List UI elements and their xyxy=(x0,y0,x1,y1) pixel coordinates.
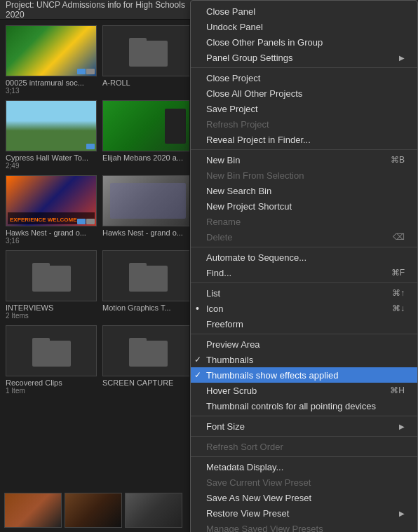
list-item[interactable]: Elijah Mebans 2020 a... xyxy=(100,97,189,172)
menu-item-close-other-panels[interactable]: Close Other Panels in Group xyxy=(191,34,417,50)
badge-icon xyxy=(77,69,86,74)
menu-item-preview-area[interactable]: Preview Area xyxy=(191,336,417,352)
menu-item-save-as-new-preset[interactable]: Save As New View Preset xyxy=(191,490,417,505)
media-sublabel: 2 Items xyxy=(6,312,97,320)
menu-separator xyxy=(191,334,417,334)
shortcut-label: ⌘↓ xyxy=(392,303,405,313)
menu-item-panel-group-settings[interactable]: Panel Group Settings ▶ xyxy=(191,50,417,65)
media-thumbnail: EXPERIENCE WELCOME xyxy=(6,175,97,226)
media-thumbnail xyxy=(102,325,189,376)
media-thumbnail xyxy=(6,25,97,76)
list-item[interactable]: Recovered Clips 1 Item xyxy=(3,322,100,397)
media-thumbnail xyxy=(6,250,97,301)
list-item[interactable] xyxy=(63,491,123,529)
menu-item-thumbnail-controls[interactable]: Thumbnail controls for all pointing devi… xyxy=(191,398,417,414)
folder-icon xyxy=(32,260,71,292)
bullet-icon: • xyxy=(196,303,199,314)
menu-item-new-project-shortcut[interactable]: New Project Shortcut xyxy=(191,198,417,214)
menu-item-new-bin[interactable]: New Bin ⌘B xyxy=(191,152,417,168)
menu-item-metadata-display[interactable]: Metadata Display... xyxy=(191,459,417,475)
menu-item-new-bin-selection: New Bin From Selection xyxy=(191,168,417,183)
media-sublabel: 3;13 xyxy=(6,87,97,95)
folder-icon xyxy=(129,335,168,367)
menu-item-hover-scrub[interactable]: Hover Scrub ⌘H xyxy=(191,383,417,398)
media-sublabel: 2;49 xyxy=(6,162,97,170)
list-item[interactable]: 00025 intramural soc... 3;13 xyxy=(3,22,100,97)
media-sublabel: 1 Item xyxy=(6,387,97,395)
checkmark-icon: ✓ xyxy=(194,355,201,364)
project-panel: 00025 intramural soc... 3;13 A-ROLL Cypr… xyxy=(0,20,189,532)
media-label: INTERVIEWS xyxy=(6,303,97,312)
list-item[interactable]: Motion Graphics T... xyxy=(100,247,189,322)
menu-item-new-search-bin[interactable]: New Search Bin xyxy=(191,183,417,198)
list-item[interactable] xyxy=(3,491,63,529)
menu-item-thumbnails-effects[interactable]: ✓ Thumbnails show effects applied xyxy=(191,367,417,383)
menu-separator xyxy=(191,247,417,247)
shortcut-label: ⌘H xyxy=(390,386,405,395)
menu-item-rename: Rename xyxy=(191,214,417,229)
media-label: 00025 intramural soc... xyxy=(6,79,97,87)
media-label: Motion Graphics T... xyxy=(102,303,189,312)
menu-item-undock-panel[interactable]: Undock Panel xyxy=(191,19,417,34)
list-item[interactable] xyxy=(123,491,184,529)
media-label: Recovered Clips xyxy=(6,378,97,387)
bottom-strip xyxy=(0,489,189,532)
list-item[interactable]: SCREEN CAPTURE xyxy=(100,322,189,397)
menu-separator xyxy=(191,67,417,68)
list-item[interactable]: Cypress Hall Water To... 2;49 xyxy=(3,97,100,172)
folder-icon xyxy=(129,260,168,292)
menu-separator xyxy=(191,456,417,457)
media-thumbnail xyxy=(102,25,189,76)
media-thumbnail xyxy=(6,325,97,376)
menu-item-list[interactable]: List ⌘↑ xyxy=(191,285,417,301)
media-thumbnail xyxy=(65,493,122,528)
project-title: Project: UNCP Admissions info for High S… xyxy=(6,0,189,20)
menu-item-automate-sequence[interactable]: Automate to Sequence... xyxy=(191,250,417,265)
list-item[interactable]: A-ROLL xyxy=(100,22,189,97)
menu-item-manage-saved-presets: Manage Saved View Presets xyxy=(191,521,417,532)
list-item[interactable]: Hawks Nest - grand o... xyxy=(100,172,189,247)
shortcut-label: ⌘B xyxy=(391,155,405,165)
menu-separator xyxy=(191,149,417,150)
menu-item-find[interactable]: Find... ⌘F xyxy=(191,265,417,280)
media-thumbnail xyxy=(6,100,97,151)
menu-item-delete: Delete ⌫ xyxy=(191,229,417,245)
menu-item-font-size[interactable]: Font Size ▶ xyxy=(191,418,417,434)
delete-backspace-icon: ⌫ xyxy=(393,232,405,242)
media-thumbnail xyxy=(4,493,62,528)
menu-item-close-all-other[interactable]: Close All Other Projects xyxy=(191,86,417,101)
media-label: Cypress Hall Water To... xyxy=(6,154,97,162)
media-thumbnail xyxy=(102,175,189,226)
menu-item-reveal-in-finder[interactable]: Reveal Project in Finder... xyxy=(191,132,417,147)
menu-item-save-current-preset: Save Current View Preset xyxy=(191,475,417,490)
menu-item-close-panel[interactable]: Close Panel xyxy=(191,4,417,19)
menu-item-thumbnails[interactable]: ✓ Thumbnails xyxy=(191,352,417,367)
media-label: Hawks Nest - grand o... xyxy=(6,229,97,237)
checkmark-icon: ✓ xyxy=(194,370,201,380)
menu-separator xyxy=(191,436,417,437)
submenu-arrow-icon: ▶ xyxy=(399,423,405,430)
badge-icon2 xyxy=(86,219,95,224)
menu-item-save-project[interactable]: Save Project xyxy=(191,101,417,116)
list-item[interactable]: INTERVIEWS 2 Items xyxy=(3,247,100,322)
submenu-arrow-icon: ▶ xyxy=(399,510,405,517)
folder-icon xyxy=(129,35,168,67)
list-item[interactable]: EXPERIENCE WELCOME Hawks Nest - grand o.… xyxy=(3,172,100,247)
menu-separator xyxy=(191,416,417,416)
badge-icon xyxy=(86,144,95,149)
menu-item-freeform[interactable]: Freeform xyxy=(191,316,417,332)
menu-item-close-project[interactable]: Close Project xyxy=(191,70,417,86)
media-thumbnail xyxy=(102,250,189,301)
media-grid: 00025 intramural soc... 3;13 A-ROLL Cypr… xyxy=(0,20,189,400)
folder-icon xyxy=(32,335,71,367)
submenu-arrow-icon: ▶ xyxy=(399,54,405,62)
shortcut-label: ⌘F xyxy=(391,268,405,278)
media-label: A-ROLL xyxy=(102,79,189,87)
media-label: Hawks Nest - grand o... xyxy=(102,229,189,237)
menu-item-icon[interactable]: • Icon ⌘↓ xyxy=(191,301,417,316)
media-label: SCREEN CAPTURE xyxy=(102,378,189,387)
menu-item-refresh-sort: Refresh Sort Order xyxy=(191,439,417,454)
badge-icon xyxy=(77,219,86,224)
menu-item-restore-view-preset[interactable]: Restore View Preset ▶ xyxy=(191,505,417,521)
shortcut-label: ⌘↑ xyxy=(392,288,405,298)
